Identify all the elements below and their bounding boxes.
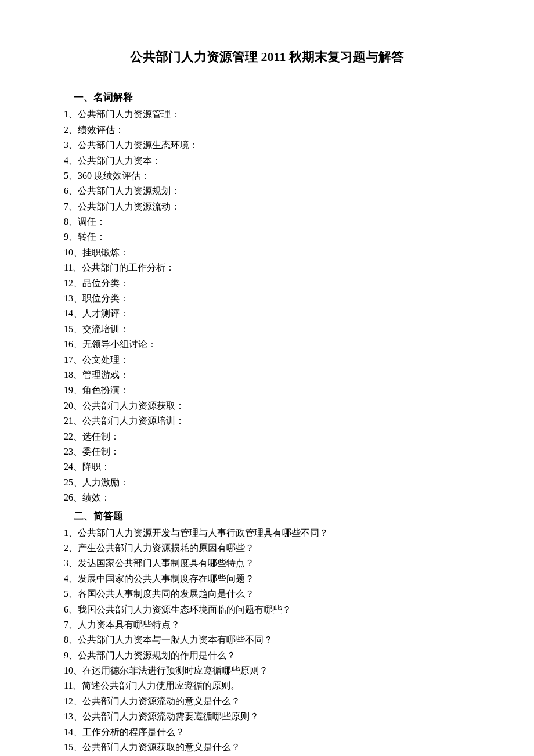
- list-item: 19、角色扮演：: [64, 383, 470, 398]
- list-item: 1、公共部门人力资源管理：: [64, 107, 470, 122]
- list-item: 11、公共部门的工作分析：: [64, 260, 470, 275]
- list-item: 13、职位分类：: [64, 291, 470, 306]
- list-item: 6、我国公共部门人力资源生态环境面临的问题有哪些？: [64, 602, 470, 617]
- list-item: 6、公共部门人力资源规划：: [64, 183, 470, 199]
- list-item: 7、人力资本具有哪些特点？: [64, 617, 470, 632]
- list-item: 1、公共部门人力资源开发与管理与人事行政管理具有哪些不同？: [64, 525, 470, 541]
- list-item: 5、360 度绩效评估：: [64, 168, 470, 183]
- section-2-heading: 二、简答题: [64, 508, 470, 524]
- list-item: 2、产生公共部门人力资源损耗的原因有哪些？: [64, 541, 470, 556]
- list-item: 4、公共部门人力资本：: [64, 153, 470, 168]
- list-item: 23、委任制：: [64, 444, 470, 459]
- section-1-list: 1、公共部门人力资源管理： 2、绩效评估： 3、公共部门人力资源生态环境： 4、…: [64, 107, 470, 505]
- list-item: 2、绩效评估：: [64, 123, 470, 138]
- section-1-heading: 一、名词解释: [64, 89, 470, 106]
- list-item: 3、公共部门人力资源生态环境：: [64, 138, 470, 153]
- list-item: 15、交流培训：: [64, 322, 470, 337]
- list-item: 20、公共部门人力资源获取：: [64, 398, 470, 413]
- list-item: 26、绩效：: [64, 490, 470, 505]
- list-item: 24、降职：: [64, 459, 470, 474]
- list-item: 5、各国公共人事制度共同的发展趋向是什么？: [64, 586, 470, 602]
- list-item: 11、简述公共部门人力使用应遵循的原则。: [64, 678, 470, 693]
- list-item: 25、人力激励：: [64, 475, 470, 490]
- list-item: 9、转任：: [64, 229, 470, 244]
- list-item: 4、发展中国家的公共人事制度存在哪些问题？: [64, 571, 470, 586]
- list-item: 18、管理游戏：: [64, 368, 470, 383]
- list-item: 22、选任制：: [64, 429, 470, 444]
- list-item: 8、调任：: [64, 214, 470, 229]
- list-item: 7、公共部门人力资源流动：: [64, 199, 470, 214]
- list-item: 12、品位分类：: [64, 276, 470, 291]
- list-item: 21、公共部门人力资源培训：: [64, 413, 470, 429]
- section-2-list: 1、公共部门人力资源开发与管理与人事行政管理具有哪些不同？ 2、产生公共部门人力…: [64, 525, 470, 755]
- list-item: 16、无领导小组讨论：: [64, 337, 470, 352]
- list-item: 15、公共部门人力资源获取的意义是什么？: [64, 740, 470, 755]
- list-item: 9、公共部门人力资源规划的作用是什么？: [64, 648, 470, 663]
- list-item: 13、公共部门人力资源流动需要遵循哪些原则？: [64, 709, 470, 724]
- list-item: 12、公共部门人力资源流动的意义是什么？: [64, 694, 470, 709]
- list-item: 10、挂职锻炼：: [64, 245, 470, 260]
- list-item: 3、发达国家公共部门人事制度具有哪些特点？: [64, 556, 470, 571]
- list-item: 14、人才测评：: [64, 306, 470, 321]
- list-item: 8、公共部门人力资本与一般人力资本有哪些不同？: [64, 632, 470, 647]
- list-item: 17、公文处理：: [64, 352, 470, 368]
- list-item: 14、工作分析的程序是什么？: [64, 725, 470, 740]
- page-title: 公共部门人力资源管理 2011 秋期末复习题与解答: [64, 46, 470, 67]
- list-item: 10、在运用德尔菲法进行预测时应遵循哪些原则？: [64, 663, 470, 678]
